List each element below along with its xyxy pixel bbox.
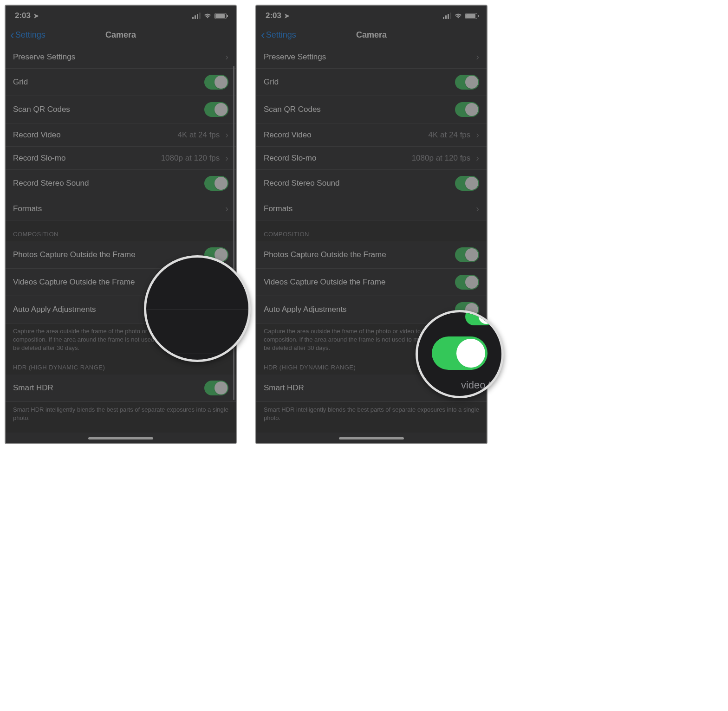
toggle-grid[interactable] <box>204 75 228 90</box>
location-arrow-icon: ➤ <box>33 12 39 19</box>
back-button[interactable]: ‹ Settings <box>6 29 46 41</box>
chevron-right-icon: › <box>225 129 228 140</box>
status-bar: 2:03 ➤ <box>256 6 487 24</box>
chevron-right-icon: › <box>476 153 479 163</box>
row-record-slomo[interactable]: Record Slo-mo 1080p at 120 fps › <box>6 147 236 170</box>
toggle-stereo[interactable] <box>455 176 479 191</box>
back-label: Settings <box>15 30 46 40</box>
chevron-right-icon: › <box>476 203 479 214</box>
signal-icon <box>192 13 201 19</box>
row-scan-qr[interactable]: Scan QR Codes <box>256 96 487 123</box>
wifi-icon <box>454 13 462 19</box>
chevron-left-icon: ‹ <box>10 29 14 41</box>
row-stereo-sound[interactable]: Record Stereo Sound <box>6 170 236 197</box>
toggle-scan-qr[interactable] <box>455 102 479 117</box>
row-preserve-settings[interactable]: Preserve Settings › <box>6 45 236 69</box>
row-videos-outside-frame[interactable]: Videos Capture Outside the Frame <box>256 269 487 296</box>
status-time: 2:03 <box>15 11 31 20</box>
record-slomo-value: 1080p at 120 fps <box>161 154 223 163</box>
battery-icon <box>465 13 477 19</box>
toggle-grid[interactable] <box>455 75 479 90</box>
phone-left: 2:03 ➤ ‹ Settings Camera Preserve Settin… <box>5 5 237 444</box>
nav-bar: ‹ Settings Camera <box>6 24 236 45</box>
section-footer-hdr: Smart HDR intelligently blends the best … <box>256 402 487 429</box>
section-footer-hdr: Smart HDR intelligently blends the best … <box>6 402 236 429</box>
toggle-auto-apply-zoom[interactable] <box>432 336 488 370</box>
record-video-value: 4K at 24 fps <box>178 130 223 140</box>
chevron-right-icon: › <box>225 52 228 62</box>
chevron-right-icon: › <box>476 52 479 62</box>
section-header-composition: COMPOSITION <box>6 220 236 241</box>
row-formats[interactable]: Formats › <box>256 197 487 220</box>
toggle-stereo[interactable] <box>204 176 228 191</box>
settings-list[interactable]: Preserve Settings › Grid Scan QR Codes R… <box>6 45 236 433</box>
row-preserve-settings[interactable]: Preserve Settings › <box>256 45 487 69</box>
row-smart-hdr[interactable]: Smart HDR <box>6 375 236 402</box>
toggle-videos-outside[interactable] <box>455 275 479 290</box>
chevron-right-icon: › <box>225 153 228 163</box>
section-header-composition: COMPOSITION <box>256 220 487 241</box>
row-formats[interactable]: Formats › <box>6 197 236 220</box>
row-photos-outside-frame[interactable]: Photos Capture Outside the Frame <box>256 241 487 269</box>
record-slomo-value: 1080p at 120 fps <box>412 154 474 163</box>
magnifier-text-fragment: video to <box>461 379 497 391</box>
status-bar: 2:03 ➤ <box>6 6 236 24</box>
chevron-right-icon: › <box>225 203 228 214</box>
status-time: 2:03 <box>266 11 281 20</box>
toggle-scan-qr[interactable] <box>204 102 228 117</box>
nav-bar: ‹ Settings Camera <box>256 24 487 45</box>
chevron-right-icon: › <box>476 129 479 140</box>
scrollbar[interactable] <box>233 66 234 400</box>
row-grid[interactable]: Grid <box>256 69 487 96</box>
wifi-icon <box>203 13 212 19</box>
row-record-video[interactable]: Record Video 4K at 24 fps › <box>256 123 487 147</box>
chevron-left-icon: ‹ <box>261 29 265 41</box>
home-indicator[interactable] <box>88 437 153 440</box>
location-arrow-icon: ➤ <box>284 12 290 19</box>
row-stereo-sound[interactable]: Record Stereo Sound <box>256 170 487 197</box>
battery-icon <box>214 13 227 19</box>
toggle-smart-hdr[interactable] <box>204 381 228 395</box>
row-record-slomo[interactable]: Record Slo-mo 1080p at 120 fps › <box>256 147 487 170</box>
record-video-value: 4K at 24 fps <box>429 130 474 140</box>
magnifier-callout-right: video to <box>416 310 504 398</box>
row-record-video[interactable]: Record Video 4K at 24 fps › <box>6 123 236 147</box>
home-indicator[interactable] <box>339 437 404 440</box>
back-label: Settings <box>266 30 296 40</box>
magnifier-callout-left <box>144 255 251 362</box>
row-grid[interactable]: Grid <box>6 69 236 96</box>
back-button[interactable]: ‹ Settings <box>256 29 296 41</box>
toggle-photos-outside[interactable] <box>455 247 479 262</box>
signal-icon <box>443 13 451 19</box>
row-scan-qr[interactable]: Scan QR Codes <box>6 96 236 123</box>
